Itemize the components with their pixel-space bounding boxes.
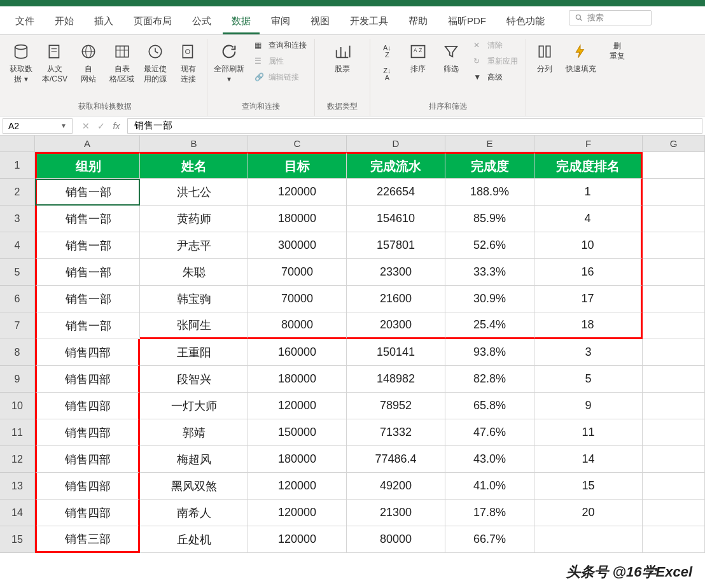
cell-A15[interactable]: 销售三部: [35, 526, 140, 553]
cell-D6[interactable]: 21600: [347, 286, 445, 312]
cell-B3[interactable]: 黄药师: [140, 206, 248, 232]
cell-D9[interactable]: 148982: [347, 366, 445, 393]
cell-C15[interactable]: 120000: [248, 526, 347, 553]
cancel-formula-icon[interactable]: ✕: [80, 121, 92, 131]
cell-F3[interactable]: 4: [534, 206, 643, 232]
cell-B12[interactable]: 梅超风: [140, 446, 248, 473]
cell-G11[interactable]: [643, 419, 705, 446]
cell-D11[interactable]: 71332: [347, 419, 445, 446]
cell-F11[interactable]: 11: [534, 419, 643, 446]
cell-C5[interactable]: 70000: [248, 259, 347, 286]
cell-F7[interactable]: 18: [534, 312, 643, 339]
row-header-2[interactable]: 2: [0, 179, 35, 206]
cell-C3[interactable]: 180000: [248, 206, 347, 232]
tab-view[interactable]: 视图: [302, 10, 339, 34]
cell-G13[interactable]: [643, 473, 705, 500]
cell-G5[interactable]: [643, 259, 705, 286]
tab-review[interactable]: 审阅: [262, 10, 299, 34]
remove-dup-button[interactable]: 删 重复: [604, 39, 631, 64]
cell-G12[interactable]: [643, 446, 705, 473]
table-header[interactable]: 完成度排名: [534, 152, 643, 179]
cell-E9[interactable]: 82.8%: [445, 366, 534, 393]
cell-B7[interactable]: 张阿生: [140, 312, 248, 339]
tab-layout[interactable]: 页面布局: [125, 10, 181, 34]
cell-D14[interactable]: 21300: [347, 500, 445, 526]
name-box[interactable]: A2 ▼: [3, 118, 73, 134]
fx-icon[interactable]: fx: [111, 121, 122, 131]
row-header-8[interactable]: 8: [0, 339, 35, 366]
advanced-filter-button[interactable]: ▼高级: [471, 71, 520, 84]
cell-E11[interactable]: 47.6%: [445, 419, 534, 446]
cell-A9[interactable]: 销售四部: [35, 366, 140, 393]
tab-home[interactable]: 开始: [46, 10, 83, 34]
stocks-button[interactable]: 股票: [320, 39, 365, 77]
cell-B11[interactable]: 郭靖: [140, 419, 248, 446]
row-header-1[interactable]: 1: [0, 152, 35, 179]
cell-A12[interactable]: 销售四部: [35, 446, 140, 473]
cell-C14[interactable]: 120000: [248, 500, 347, 526]
cell-G10[interactable]: [643, 393, 705, 419]
cell-E10[interactable]: 65.8%: [445, 393, 534, 419]
cell-A10[interactable]: 销售四部: [35, 393, 140, 419]
cell-D7[interactable]: 20300: [347, 312, 445, 339]
cell-G1[interactable]: [643, 152, 705, 179]
table-header[interactable]: 姓名: [140, 152, 248, 179]
col-header-C[interactable]: C: [248, 136, 347, 152]
cell-F4[interactable]: 10: [534, 232, 643, 259]
cell-E12[interactable]: 43.0%: [445, 446, 534, 473]
cell-B5[interactable]: 朱聪: [140, 259, 248, 286]
cell-E2[interactable]: 188.9%: [445, 179, 534, 206]
tab-insert[interactable]: 插入: [85, 10, 122, 34]
cell-A2[interactable]: 销售一部: [35, 179, 140, 206]
cell-A3[interactable]: 销售一部: [35, 206, 140, 232]
row-header-5[interactable]: 5: [0, 259, 35, 286]
tab-pdf[interactable]: 福昕PDF: [439, 10, 495, 34]
table-header[interactable]: 组别: [35, 152, 140, 179]
cell-F8[interactable]: 3: [534, 339, 643, 366]
cell-G2[interactable]: [643, 179, 705, 206]
from-web-button[interactable]: 自 网站: [75, 39, 102, 87]
confirm-formula-icon[interactable]: ✓: [95, 121, 107, 131]
cell-D3[interactable]: 154610: [347, 206, 445, 232]
cell-G9[interactable]: [643, 366, 705, 393]
cell-G7[interactable]: [643, 312, 705, 339]
select-all-corner[interactable]: [0, 136, 35, 152]
sort-az-button[interactable]: A↓Z Z↓A: [375, 39, 398, 87]
row-header-13[interactable]: 13: [0, 473, 35, 500]
cell-E4[interactable]: 52.6%: [445, 232, 534, 259]
cell-C4[interactable]: 300000: [248, 232, 347, 259]
cell-E14[interactable]: 17.8%: [445, 500, 534, 526]
cell-F5[interactable]: 16: [534, 259, 643, 286]
cell-D12[interactable]: 77486.4: [347, 446, 445, 473]
cell-D2[interactable]: 226654: [347, 179, 445, 206]
cell-A8[interactable]: 销售四部: [35, 339, 140, 366]
cell-C7[interactable]: 80000: [248, 312, 347, 339]
formula-bar[interactable]: 销售一部: [127, 118, 702, 134]
row-header-9[interactable]: 9: [0, 366, 35, 393]
row-header-12[interactable]: 12: [0, 446, 35, 473]
cell-E7[interactable]: 25.4%: [445, 312, 534, 339]
col-header-E[interactable]: E: [445, 136, 534, 152]
cell-G14[interactable]: [643, 500, 705, 526]
cell-A14[interactable]: 销售四部: [35, 500, 140, 526]
cell-C12[interactable]: 180000: [248, 446, 347, 473]
cell-A6[interactable]: 销售一部: [35, 286, 140, 312]
get-data-button[interactable]: 获取数 据 ▾: [8, 39, 34, 87]
cell-E13[interactable]: 41.0%: [445, 473, 534, 500]
col-header-A[interactable]: A: [35, 136, 140, 152]
cell-B14[interactable]: 南希人: [140, 500, 248, 526]
edit-links-button[interactable]: 🔗编辑链接: [252, 71, 309, 84]
cell-B8[interactable]: 王重阳: [140, 339, 248, 366]
table-header[interactable]: 完成流水: [347, 152, 445, 179]
row-header-11[interactable]: 11: [0, 419, 35, 446]
cell-F15[interactable]: [534, 526, 643, 553]
clear-filter-button[interactable]: ✕清除: [471, 39, 520, 52]
row-header-3[interactable]: 3: [0, 206, 35, 232]
cell-B9[interactable]: 段智兴: [140, 366, 248, 393]
cell-F14[interactable]: 20: [534, 500, 643, 526]
queries-connections-button[interactable]: ▦查询和连接: [252, 39, 309, 52]
cell-G15[interactable]: [643, 526, 705, 553]
row-header-14[interactable]: 14: [0, 500, 35, 526]
cell-B15[interactable]: 丘处机: [140, 526, 248, 553]
cell-C11[interactable]: 150000: [248, 419, 347, 446]
